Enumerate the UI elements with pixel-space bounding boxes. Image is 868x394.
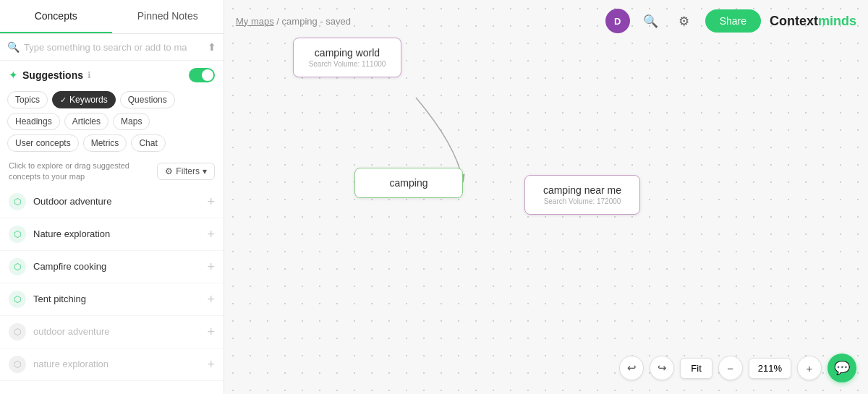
breadcrumb-status: - saved xyxy=(320,16,351,27)
node-title: camping xyxy=(367,177,451,189)
concept-icon: ⬡ xyxy=(9,258,26,275)
filter-icon: ⚙ xyxy=(165,166,173,176)
zoom-level: 211% xyxy=(749,358,791,379)
search-button[interactable]: 🔍 xyxy=(639,9,663,33)
chip-topics[interactable]: Topics xyxy=(7,91,48,108)
chat-button[interactable]: 💬 xyxy=(827,354,856,382)
suggestions-header: ✦ Suggestions ℹ xyxy=(0,61,224,87)
settings-button[interactable]: ⚙ xyxy=(672,9,697,33)
concept-name: Tent pitching xyxy=(33,294,200,304)
brand-logo: Contextminds xyxy=(770,14,856,29)
redo-button[interactable]: ↪ xyxy=(650,356,674,380)
node-subtitle: Search Volume: 111000 xyxy=(305,60,389,68)
node-camping[interactable]: camping xyxy=(354,168,463,198)
list-item[interactable]: ⬡ outdoor adventure + xyxy=(0,316,224,348)
undo-button[interactable]: ↩ xyxy=(619,356,644,380)
node-camping-near-me[interactable]: camping near me Search Volume: 172000 xyxy=(524,175,640,215)
chip-user-concepts[interactable]: User concepts xyxy=(7,134,79,152)
zoom-out-button[interactable]: − xyxy=(718,356,743,380)
add-concept-button[interactable]: + xyxy=(207,325,215,338)
tab-concepts[interactable]: Concepts xyxy=(0,0,112,33)
chips-container: Topics ✓ Keywords Questions Headings Art… xyxy=(0,87,224,155)
add-concept-button[interactable]: + xyxy=(207,228,215,241)
chip-metrics[interactable]: Metrics xyxy=(83,134,127,152)
node-title: camping near me xyxy=(537,184,628,196)
check-icon: ✓ xyxy=(60,95,67,105)
search-input[interactable] xyxy=(24,42,203,53)
list-controls: Click to explore or drag suggested conce… xyxy=(0,155,224,186)
suggestions-toggle[interactable] xyxy=(189,68,215,82)
list-item[interactable]: ⬡ Outdoor adventure + xyxy=(0,186,224,218)
tab-pinned-notes[interactable]: Pinned Notes xyxy=(112,0,224,33)
zoom-in-button[interactable]: + xyxy=(797,356,822,380)
add-concept-button[interactable]: + xyxy=(207,358,215,371)
bottom-controls: ↩ ↪ Fit − 211% + 💬 xyxy=(619,354,856,382)
tab-bar: Concepts Pinned Notes xyxy=(0,0,224,34)
list-item[interactable]: ⬡ Campfire cooking + xyxy=(0,251,224,283)
filters-button[interactable]: ⚙ Filters ▾ xyxy=(157,163,215,180)
concept-name: Campfire cooking xyxy=(33,261,200,272)
breadcrumb-my-maps[interactable]: My maps xyxy=(236,16,274,27)
avatar[interactable]: D xyxy=(605,9,630,33)
add-concept-button[interactable]: + xyxy=(207,293,215,306)
node-title: camping world xyxy=(305,47,389,59)
chip-questions[interactable]: Questions xyxy=(120,91,175,108)
list-item[interactable]: ⬡ Nature exploration + xyxy=(0,218,224,251)
concept-icon: ⬡ xyxy=(9,323,26,341)
canvas-area: My maps / camping - saved D 🔍 ⚙ Share Co… xyxy=(224,0,868,394)
chip-articles[interactable]: Articles xyxy=(64,113,109,130)
list-item[interactable]: ⬡ nature exploration + xyxy=(0,348,224,381)
concept-name: nature exploration xyxy=(33,359,200,369)
concept-list: ⬡ Outdoor adventure + ⬡ Nature explorati… xyxy=(0,186,224,394)
list-item[interactable]: ⬡ Tent pitching + xyxy=(0,283,224,316)
concept-name: outdoor adventure xyxy=(33,326,200,337)
concept-icon: ⬡ xyxy=(9,226,26,243)
sparkle-icon: ✦ xyxy=(9,69,18,82)
concept-icon: ⬡ xyxy=(9,291,26,308)
breadcrumb: My maps / camping - saved xyxy=(236,16,351,27)
search-icon: 🔍 xyxy=(7,41,20,53)
chip-chat[interactable]: Chat xyxy=(131,134,165,152)
suggestions-label: Suggestions xyxy=(22,69,83,81)
concept-name: Outdoor adventure xyxy=(33,196,200,207)
sidebar: Concepts Pinned Notes 🔍 ⬆ ✦ Suggestions … xyxy=(0,0,224,394)
chip-maps[interactable]: Maps xyxy=(113,113,150,130)
upload-icon[interactable]: ⬆ xyxy=(208,41,216,53)
node-camping-world[interactable]: camping world Search Volume: 111000 xyxy=(293,38,401,77)
top-bar: My maps / camping - saved D 🔍 ⚙ Share Co… xyxy=(224,0,868,42)
add-concept-button[interactable]: + xyxy=(207,260,215,273)
fit-button[interactable]: Fit xyxy=(680,358,712,379)
node-subtitle: Search Volume: 172000 xyxy=(537,197,628,205)
filters-label: Filters xyxy=(176,166,200,176)
share-button[interactable]: Share xyxy=(705,9,761,33)
list-hint: Click to explore or drag suggested conce… xyxy=(9,160,157,183)
add-concept-button[interactable]: + xyxy=(207,195,215,208)
search-bar: 🔍 ⬆ xyxy=(0,34,224,61)
breadcrumb-separator: / xyxy=(276,16,281,27)
chip-keywords[interactable]: ✓ Keywords xyxy=(52,91,116,108)
chip-headings[interactable]: Headings xyxy=(7,113,60,130)
concept-icon: ⬡ xyxy=(9,193,26,210)
chevron-down-icon: ▾ xyxy=(203,166,207,176)
breadcrumb-current: camping xyxy=(282,16,318,27)
info-icon[interactable]: ℹ xyxy=(88,70,91,80)
top-bar-right: D 🔍 ⚙ Share Contextminds xyxy=(605,9,856,33)
concept-name: Nature exploration xyxy=(33,228,200,239)
concept-icon: ⬡ xyxy=(9,356,26,373)
